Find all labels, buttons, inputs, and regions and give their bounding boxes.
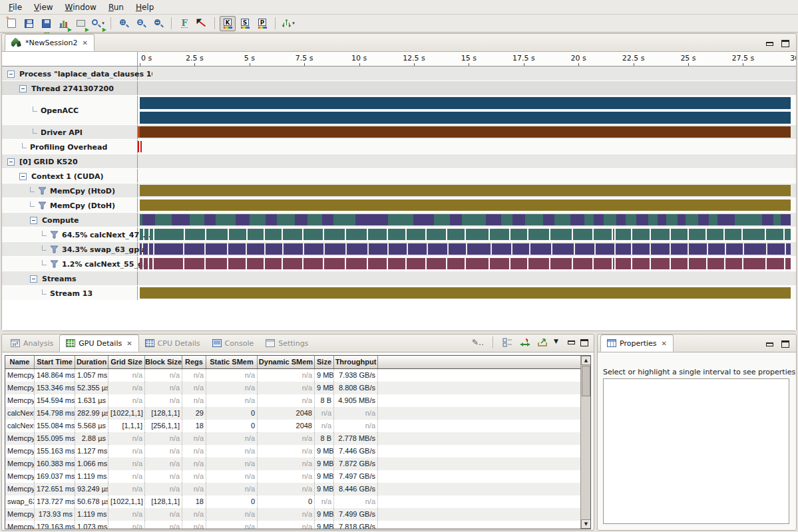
table-cell[interactable]: n/a [206,369,258,382]
timeline-interval-bar[interactable] [324,229,345,240]
table-cell[interactable]: [1022,1,1] [108,495,145,508]
timeline-interval-bar[interactable] [594,258,612,269]
timeline-track[interactable] [138,286,796,300]
table-cell[interactable]: calcNext [5,407,35,420]
timeline-interval-bar[interactable] [140,112,791,124]
timeline-interval-bar[interactable] [510,229,527,240]
table-cell[interactable]: 5.568 µs [75,420,108,432]
table-cell[interactable]: 1.066 ms [75,458,108,470]
timeline-interval-bar[interactable] [155,214,172,225]
timeline-interval-bar[interactable] [785,258,791,269]
timeline-interval-bar[interactable] [346,229,367,240]
menu-run[interactable]: Run [102,1,130,14]
timeline-interval-bar[interactable] [295,214,307,225]
table-cell[interactable]: n/a [334,407,378,420]
timeline-interval-bar[interactable] [190,214,204,225]
table-cell[interactable]: n/a [145,432,182,445]
goto-marker-button[interactable] [194,16,210,31]
timeline-interval-bar[interactable] [388,258,405,269]
table-cell[interactable]: Memcpy [5,521,35,529]
timeline-interval-bar[interactable] [596,243,614,255]
timeline-interval-bar[interactable] [552,243,574,255]
zoom-out-button[interactable]: − [133,16,149,31]
table-cell[interactable]: 2048 [258,420,315,432]
timeline-interval-bar[interactable] [604,214,616,225]
timeline-interval-bar[interactable] [698,214,708,225]
table-cell[interactable]: 8 B [315,394,334,407]
table-cell[interactable]: 282.99 µs [75,407,108,420]
timeline-interval-bar[interactable] [408,243,427,255]
save-button[interactable] [21,16,37,31]
timeline-interval-bar[interactable] [678,214,686,225]
tree-expander-icon[interactable] [19,85,27,92]
timeline-track[interactable] [138,169,796,183]
table-cell[interactable]: [1,1,1] [108,420,145,432]
table-cell[interactable]: n/a [145,508,182,521]
timeline-interval-bar[interactable] [250,214,266,225]
timeline-interval-bar[interactable] [307,214,322,225]
timeline-interval-bar[interactable] [303,258,323,269]
tree-expander-icon[interactable] [19,173,27,180]
timeline-interval-bar[interactable] [594,229,612,240]
timeline-interval-bar[interactable] [575,243,594,255]
timeline-interval-bar[interactable] [510,258,527,269]
timeline-interval-bar[interactable] [154,243,184,255]
table-cell[interactable]: n/a [182,483,206,495]
table-row[interactable]: Memcpy155.163 ms1.127 msn/an/an/an/an/a9… [5,445,580,458]
table-cell[interactable]: n/a [108,369,145,382]
timeline-interval-bar[interactable] [144,229,148,240]
timeline-interval-bar[interactable] [666,214,677,225]
maximize-icon[interactable] [580,339,588,346]
table-scrollbar[interactable]: ▲ ▼ [580,356,590,529]
table-cell[interactable]: 2048 [258,407,315,420]
column-header-block-size[interactable]: Block Size [145,356,182,368]
timeline-interval-bar[interactable] [743,229,765,240]
table-cell[interactable]: n/a [258,382,315,394]
menu-window[interactable]: Window [59,1,102,14]
timeline-interval-bar[interactable] [767,258,784,269]
table-cell[interactable]: 155.163 ms [35,445,75,458]
scrollbar-up-icon[interactable]: ▲ [581,356,591,365]
table-cell[interactable]: n/a [206,483,258,495]
timeline-interval-bar[interactable] [707,229,723,240]
table-cell[interactable]: n/a [206,382,258,394]
timeline-interval-bar[interactable] [651,229,670,240]
timeline-interval-bar[interactable] [671,229,688,240]
timeline-interval-bar[interactable] [265,229,282,240]
table-cell[interactable]: 173.93 ms [35,508,75,521]
timeline-interval-bar[interactable] [140,97,791,109]
timeline-interval-bar[interactable] [447,258,465,269]
table-cell[interactable]: 2.88 µs [75,432,108,445]
timeline-interval-bar[interactable] [528,258,549,269]
table-cell[interactable]: n/a [206,508,258,521]
table-cell[interactable]: n/a [145,445,182,458]
table-row[interactable]: Memcpy154.594 ms1.631 µsn/an/an/an/an/a8… [5,394,580,407]
timeline-interval-bar[interactable] [632,243,650,255]
timeline-interval-bar[interactable] [434,214,451,225]
timeline-interval-bar[interactable] [333,214,355,225]
timeline-interval-bar[interactable] [325,243,345,255]
timeline-interval-bar[interactable] [185,229,205,240]
timeline-interval-bar[interactable] [616,214,626,225]
table-cell[interactable]: n/a [145,521,182,529]
timeline-interval-bar[interactable] [355,214,388,225]
table-cell[interactable]: 1.073 ms [75,521,108,529]
timeline-interval-bar[interactable] [347,243,367,255]
timeline-interval-bar[interactable] [651,243,670,255]
table-cell[interactable]: 9 MB [315,483,334,495]
column-header-name[interactable]: Name [5,356,35,368]
timeline-track[interactable] [138,125,796,139]
table-cell[interactable]: 154.798 ms [35,407,75,420]
timeline-interval-bar[interactable] [709,214,718,225]
column-header-start-time[interactable]: Start Time [35,356,75,368]
table-cell[interactable]: n/a [108,394,145,407]
timeline-interval-bar[interactable] [616,258,631,269]
filter-funnel-icon[interactable] [50,245,59,255]
table-cell[interactable]: 9 MB [315,382,334,394]
table-cell[interactable]: n/a [182,470,206,483]
timeline-interval-bar[interactable] [528,229,549,240]
timeline-row[interactable]: 1.2% calcNext_55_g... [2,257,796,271]
timeline-interval-bar[interactable] [632,229,650,240]
filter-funnel-icon[interactable] [38,201,47,211]
table-cell[interactable]: 1.631 µs [75,394,108,407]
